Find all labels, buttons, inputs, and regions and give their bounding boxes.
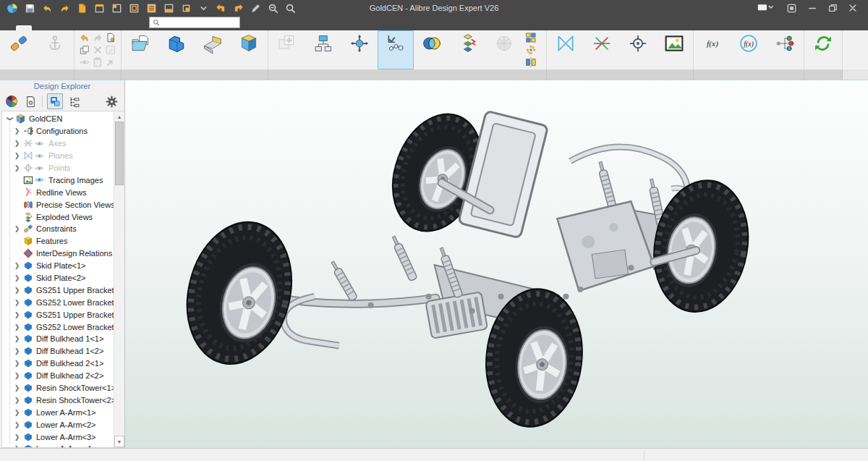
expand-chevron-icon[interactable]: ❯	[12, 299, 22, 306]
expand-chevron-icon[interactable]: ❯	[12, 287, 22, 294]
tab-add-on[interactable]	[127, 25, 143, 30]
tree-item[interactable]: Features	[2, 235, 114, 248]
tree-item[interactable]: InterDesign Relations	[2, 248, 114, 260]
window-options-button[interactable]	[786, 1, 797, 14]
zoom-fit[interactable]	[282, 1, 298, 14]
minimize-button[interactable]	[807, 1, 817, 14]
tree-item[interactable]: ❯Skid Plate<1>	[2, 260, 114, 272]
expand-chevron-icon[interactable]: ❯	[12, 311, 22, 318]
expand-chevron-icon[interactable]: ❯	[12, 445, 22, 447]
expand-chevron-icon[interactable]: ❯	[12, 262, 22, 269]
circular-pattern-button[interactable]	[526, 45, 540, 55]
plane-button[interactable]	[548, 30, 584, 69]
expand-chevron-icon[interactable]: ❯	[12, 409, 22, 416]
expand-chevron-icon[interactable]: ❯	[12, 372, 22, 379]
app-logo[interactable]	[4, 1, 20, 14]
explorer-settings-button[interactable]	[104, 94, 119, 109]
more-documents[interactable]	[195, 1, 211, 14]
tree-item[interactable]: ❯Lower A-Arm<3>	[2, 431, 114, 443]
tree-item[interactable]: ❯GS252 Lower Bracket<1>	[2, 296, 114, 308]
tree-item[interactable]: ❯Diff Bulkhead 2<1>	[2, 358, 114, 370]
restore-button[interactable]	[827, 1, 838, 14]
search-input[interactable]	[163, 18, 237, 27]
open-document[interactable]	[161, 1, 176, 14]
tree-item[interactable]: ❯Diff Bulkhead 1<2>	[2, 345, 114, 358]
promote-button[interactable]	[105, 56, 116, 68]
expand-chevron-icon[interactable]: ❯	[12, 433, 22, 441]
tree-item[interactable]: ❯Lower A-Arm<2>	[2, 418, 114, 431]
tree-item[interactable]: ❯Configurations	[2, 125, 114, 138]
tab-features[interactable]	[32, 25, 48, 30]
expand-chevron-icon[interactable]: ❯	[12, 421, 22, 428]
anchor-button[interactable]	[37, 30, 73, 69]
edit-reference-button[interactable]	[105, 32, 116, 43]
visibility-eye-icon[interactable]	[35, 175, 44, 185]
constraint-button[interactable]	[1, 30, 37, 69]
scroll-down-arrow[interactable]: ▼	[114, 436, 124, 447]
expand-chevron-icon[interactable]: ❯	[12, 127, 22, 135]
close-button[interactable]	[848, 1, 858, 14]
tree-item[interactable]: Precise Section Views	[2, 198, 114, 211]
expand-chevron-icon[interactable]: ❯	[12, 225, 22, 232]
linear-pattern-button[interactable]	[526, 33, 540, 43]
new-assembly[interactable]	[91, 1, 107, 14]
new-drawing[interactable]	[126, 1, 142, 14]
tree-item[interactable]: Exploded Views	[2, 211, 114, 223]
tree-item[interactable]: ❯Diff Bulkhead 2<2>	[2, 370, 114, 382]
tree-item[interactable]: Tracing Images	[2, 174, 114, 186]
global-parameters-button[interactable]: f(x)	[731, 30, 767, 69]
tracing-image-button[interactable]	[656, 30, 692, 69]
redo[interactable]	[56, 1, 72, 14]
color-properties-button[interactable]	[4, 94, 19, 109]
part-button[interactable]	[158, 30, 195, 69]
expand-chevron-icon[interactable]: ❯	[12, 274, 22, 282]
tree-item[interactable]: ❯GoldCEN	[2, 113, 114, 125]
expand-chevron-icon[interactable]: ❯	[12, 323, 22, 331]
tree-item[interactable]: ❯Planes	[2, 150, 114, 162]
tree-item[interactable]: ❯Resin ShockTower<1>	[2, 382, 114, 394]
expand-chevron-icon[interactable]: ❯	[12, 347, 22, 355]
tree-item[interactable]: ❯Lower A-Arm<4>	[2, 443, 114, 447]
display-options-button[interactable]	[47, 93, 63, 109]
assembly-boolean-button[interactable]	[414, 30, 450, 69]
new-part-document[interactable]	[74, 1, 90, 14]
design-properties-button[interactable]	[23, 94, 38, 109]
paste-button[interactable]	[92, 56, 103, 68]
new-sheet-metal[interactable]	[143, 1, 159, 14]
next-view[interactable]	[230, 1, 246, 14]
axis-button[interactable]	[584, 30, 620, 69]
mirror-button[interactable]	[526, 57, 540, 67]
display-selector-button[interactable]	[757, 1, 776, 14]
replace-button[interactable]	[305, 30, 341, 69]
tree-item[interactable]: ❯GS252 Lower Bracket<2>	[2, 321, 114, 333]
regenerate-button[interactable]	[805, 30, 841, 69]
point-button[interactable]	[620, 30, 656, 69]
tree-item[interactable]: ❯Resin ShockTower<2>	[2, 394, 114, 406]
undo[interactable]	[39, 1, 55, 14]
copy-button[interactable]	[79, 44, 90, 56]
undo-edit-button[interactable]	[79, 32, 90, 43]
minimum-motion-button[interactable]	[378, 30, 414, 69]
tree-item[interactable]: ❯GS251 Upper Bracket<2>	[2, 308, 114, 321]
tree-item[interactable]: ❯Points	[2, 162, 114, 174]
expand-chevron-icon[interactable]: ❯	[12, 152, 22, 159]
scroll-thumb[interactable]	[115, 122, 124, 185]
subassembly-button[interactable]	[231, 30, 267, 69]
sheet-metal-button[interactable]	[195, 30, 231, 69]
tab-inspect[interactable]	[64, 25, 80, 30]
visibility-eye-icon[interactable]	[35, 139, 44, 148]
recent-documents[interactable]	[178, 1, 194, 14]
zoom-window[interactable]	[265, 1, 281, 14]
expand-chevron-icon[interactable]: ❯	[12, 384, 22, 392]
component-placement-button[interactable]	[341, 30, 378, 69]
part-color-button[interactable]	[486, 30, 522, 69]
delete-button[interactable]	[92, 44, 103, 56]
tab-library[interactable]	[95, 25, 111, 30]
tab-send-to[interactable]	[80, 25, 95, 30]
tree-item[interactable]: ❯GS251 Upper Bracket<1>	[2, 284, 114, 296]
viewport-3d[interactable]	[125, 80, 868, 448]
tree-scrollbar[interactable]: ▲ ▼	[114, 111, 124, 447]
redo-edit-button[interactable]	[92, 32, 103, 43]
new-part[interactable]	[109, 1, 124, 14]
tree-item[interactable]: Redline Views	[2, 186, 114, 198]
